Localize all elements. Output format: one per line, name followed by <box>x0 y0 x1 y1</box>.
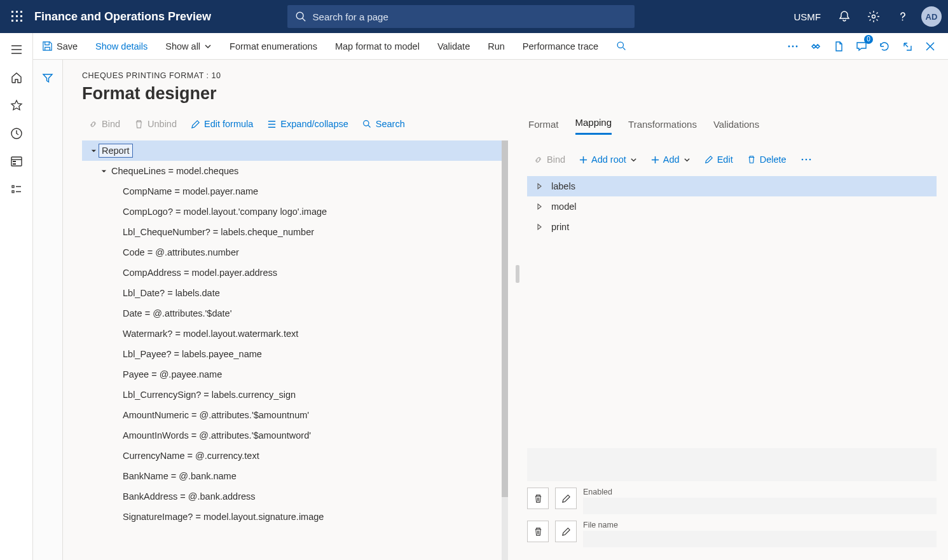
filter-icon[interactable] <box>42 72 53 560</box>
workspaces-icon[interactable] <box>4 149 29 174</box>
tree-node[interactable]: Date = @.attributes.'$date' <box>82 303 508 324</box>
svg-rect-8 <box>20 20 22 22</box>
expand-collapse-button[interactable]: Expand/collapse <box>261 113 354 135</box>
format-enumerations-button[interactable]: Format enumerations <box>221 33 326 59</box>
map-format-to-model-button[interactable]: Map format to model <box>326 33 429 59</box>
tab-format[interactable]: Format <box>528 119 559 135</box>
page-search-button[interactable] <box>607 33 636 59</box>
format-tree[interactable]: ReportChequeLines = model.chequesCompNam… <box>82 140 508 527</box>
body: CHEQUES PRINTING FORMAT : 10 Format desi… <box>33 60 948 560</box>
chevron-right-icon[interactable] <box>532 203 546 210</box>
filename-edit-button[interactable] <box>555 521 577 542</box>
recent-icon[interactable] <box>4 121 29 146</box>
close-icon[interactable] <box>919 35 942 58</box>
favorites-icon[interactable] <box>4 93 29 118</box>
enabled-edit-button[interactable] <box>555 488 577 509</box>
attachments-icon[interactable] <box>827 35 850 58</box>
tree-node-label: CurrencyName = @.currency.text <box>120 449 262 462</box>
enabled-delete-button[interactable] <box>527 488 549 509</box>
tree-node[interactable]: Lbl_CurrencySign? = labels.currency_sign <box>82 385 508 405</box>
svg-rect-7 <box>16 20 18 22</box>
pencil-icon <box>561 494 571 503</box>
edit-formula-button[interactable]: Edit formula <box>184 113 259 135</box>
tree-search-button[interactable]: Search <box>356 113 411 135</box>
validate-button[interactable]: Validate <box>429 33 479 59</box>
mapping-panel: Format Mapping Transformations Validatio… <box>527 113 948 560</box>
tree-node[interactable]: CurrencyName = @.currency.text <box>82 446 508 466</box>
list-icon <box>267 120 277 129</box>
tree-node-label: BankName = @.bank.name <box>120 470 239 482</box>
add-root-button[interactable]: Add root <box>573 147 643 172</box>
svg-point-23 <box>796 45 798 47</box>
tab-mapping[interactable]: Mapping <box>575 117 612 135</box>
performance-trace-button[interactable]: Performance trace <box>514 33 607 59</box>
avatar[interactable]: AD <box>921 6 942 27</box>
popout-icon[interactable] <box>896 35 919 58</box>
svg-rect-18 <box>12 191 14 193</box>
unbind-button: Unbind <box>128 113 183 135</box>
tree-node[interactable]: CompAddress = model.payer.address <box>82 263 508 283</box>
save-button[interactable]: Save <box>33 33 86 59</box>
splitter[interactable] <box>508 113 527 560</box>
more-actions-icon[interactable] <box>781 35 804 58</box>
tree-node-root[interactable]: Report <box>82 140 508 161</box>
tree-node[interactable]: Lbl_Payee? = labels.payee_name <box>82 344 508 364</box>
tree-node[interactable]: BankAddress = @.bank.address <box>82 486 508 507</box>
tree-node[interactable]: SignatureImage? = model.layout.signature… <box>82 507 508 527</box>
chevron-right-icon[interactable] <box>532 183 546 189</box>
company-selector[interactable]: USMF <box>787 11 829 22</box>
notifications-icon[interactable] <box>831 3 858 30</box>
tree-scrollbar[interactable] <box>502 140 508 560</box>
global-search[interactable]: Search for a page <box>287 5 635 28</box>
mapping-tree[interactable]: labelsmodelprint <box>527 176 937 237</box>
delete-button[interactable]: Delete <box>741 147 793 172</box>
show-all-button[interactable]: Show all <box>156 33 221 59</box>
tree-node[interactable]: BankName = @.bank.name <box>82 466 508 486</box>
pencil-icon <box>561 527 571 536</box>
help-icon[interactable] <box>890 3 916 30</box>
tree-node[interactable]: Code = @.attributes.number <box>82 242 508 263</box>
add-button[interactable]: Add <box>645 147 697 172</box>
tree-node[interactable]: Lbl_ChequeNumber? = labels.cheque_number <box>82 222 508 242</box>
tree-node[interactable]: Watermark? = model.layout.watermark.text <box>82 324 508 344</box>
mapping-node[interactable]: model <box>527 196 937 217</box>
tree-node-label: Lbl_Payee? = labels.payee_name <box>120 348 264 360</box>
tree-node-label: CompAddress = model.payer.address <box>120 266 280 279</box>
app-launcher-icon[interactable] <box>4 3 31 30</box>
tree-node[interactable]: Lbl_Date? = labels.date <box>82 283 508 303</box>
enabled-input[interactable] <box>583 498 937 514</box>
filename-delete-button[interactable] <box>527 521 549 542</box>
mapping-more-icon[interactable] <box>794 147 818 172</box>
tree-node-label: SignatureImage? = model.layout.signature… <box>120 510 326 523</box>
modules-icon[interactable] <box>4 177 29 202</box>
tree-node[interactable]: CompLogo? = model.layout.'company logo'.… <box>82 201 508 222</box>
tree-toolbar: Bind Unbind Edit formula Expand/collapse <box>82 113 508 135</box>
tree-node[interactable]: Payee = @.payee.name <box>82 364 508 385</box>
tab-validations[interactable]: Validations <box>713 119 759 135</box>
mapping-node[interactable]: labels <box>527 176 937 196</box>
chevron-down-icon[interactable] <box>97 168 109 175</box>
tab-transformations[interactable]: Transformations <box>628 119 697 135</box>
home-icon[interactable] <box>4 65 29 90</box>
run-button[interactable]: Run <box>479 33 514 59</box>
tree-node[interactable]: AmountNumeric = @.attributes.'$amountnum… <box>82 405 508 425</box>
topbar: Finance and Operations Preview Search fo… <box>0 0 948 33</box>
tree-node[interactable]: ChequeLines = model.cheques <box>82 161 508 181</box>
related-icon[interactable] <box>804 35 827 58</box>
pencil-icon <box>191 120 200 129</box>
chevron-right-icon[interactable] <box>532 224 546 230</box>
messages-icon[interactable]: 0 <box>850 35 873 58</box>
mapping-node[interactable]: print <box>527 217 937 237</box>
refresh-icon[interactable] <box>873 35 896 58</box>
svg-rect-15 <box>13 161 16 162</box>
chevron-down-icon[interactable] <box>87 147 99 154</box>
tree-node[interactable]: AmountInWords = @.attributes.'$amountwor… <box>82 425 508 446</box>
edit-button[interactable]: Edit <box>698 147 739 172</box>
splitter-grip-icon <box>516 265 519 283</box>
tree-node[interactable]: CompName = model.payer.name <box>82 181 508 201</box>
filename-input[interactable] <box>583 531 937 547</box>
hamburger-icon[interactable] <box>4 37 29 62</box>
settings-icon[interactable] <box>860 3 887 30</box>
show-details-button[interactable]: Show details <box>86 33 156 59</box>
search-icon <box>362 120 372 129</box>
